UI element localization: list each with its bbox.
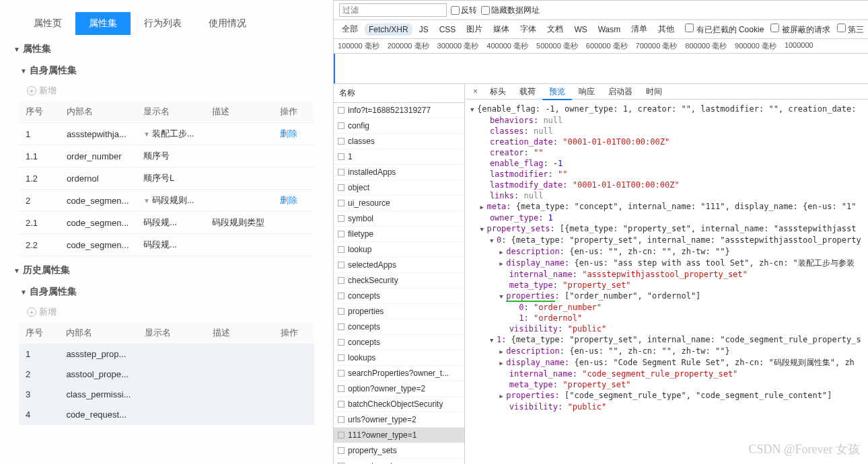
table-row[interactable]: 4code_request...: [19, 405, 314, 425]
filter-type[interactable]: WS: [570, 24, 591, 36]
table-row[interactable]: 3class_permissi...: [19, 385, 314, 405]
request-item[interactable]: property_sets: [334, 443, 464, 459]
json-preview[interactable]: ▼{enable_flag: -1, owner_type: 1, creato…: [465, 100, 868, 464]
delete-link[interactable]: 删除: [280, 195, 297, 205]
detail-tab[interactable]: 时间: [639, 84, 669, 99]
request-item[interactable]: property_sets: [334, 459, 464, 464]
request-item[interactable]: 1: [334, 149, 464, 165]
timeline-tick: 400000 毫秒: [482, 39, 532, 53]
table-row[interactable]: 2asstool_prope...: [19, 364, 314, 385]
request-item[interactable]: searchProperties?owner_t...: [334, 366, 464, 381]
filter-type[interactable]: 全部: [338, 22, 362, 36]
name-column-header[interactable]: 名称: [334, 84, 464, 103]
checkbox-cookie2[interactable]: 被屏蔽的请求: [770, 24, 830, 36]
table-row[interactable]: 2.1code_segmen...码段规...码段规则类型: [19, 212, 314, 234]
request-item[interactable]: selectedApps: [334, 258, 464, 273]
filter-type[interactable]: 文档: [543, 22, 567, 36]
filter-type[interactable]: JS: [415, 24, 433, 36]
table-row[interactable]: 2code_segmen...▼ 码段规则...删除: [19, 190, 314, 212]
request-item[interactable]: checkSecurity: [334, 273, 464, 288]
timeline-ruler[interactable]: 100000 毫秒200000 毫秒300000 毫秒400000 毫秒5000…: [334, 39, 868, 54]
tab-property-set[interactable]: 属性集: [75, 12, 131, 35]
devtools-toolbar: 反转 隐藏数据网址: [334, 1, 868, 20]
detail-tab[interactable]: 启动器: [602, 84, 639, 99]
request-item[interactable]: lookup: [334, 242, 464, 258]
filter-type[interactable]: 其他: [654, 22, 678, 36]
request-item[interactable]: lookups: [334, 350, 464, 366]
request-item[interactable]: urls?owner_type=2: [334, 412, 464, 428]
add-button[interactable]: +新增: [0, 81, 333, 101]
filter-type[interactable]: 媒体: [489, 22, 513, 36]
table-row[interactable]: 2.2code_segmen...码段规...: [19, 234, 314, 256]
detail-tab[interactable]: 标头: [483, 84, 513, 99]
filter-input[interactable]: [339, 3, 447, 17]
filter-type[interactable]: Fetch/XHR: [365, 24, 412, 36]
section-self-property-set-2[interactable]: ▼自身属性集: [0, 280, 333, 302]
section-title: 历史属性集: [23, 264, 70, 276]
col-inner: 内部名: [60, 101, 137, 123]
caret-down-icon: ▼: [13, 46, 20, 53]
checkbox-cookie1[interactable]: 有已拦截的 Cookie: [685, 24, 764, 36]
invert-checkbox[interactable]: 反转: [451, 5, 477, 16]
request-item[interactable]: config: [334, 118, 464, 134]
filter-type[interactable]: 图片: [462, 22, 486, 36]
request-item[interactable]: object: [334, 180, 464, 196]
hide-data-checkbox[interactable]: 隐藏数据网址: [481, 5, 540, 16]
table-row[interactable]: 1assstepwithja...▼ 装配工步...删除: [19, 123, 314, 145]
request-item[interactable]: installedApps: [334, 165, 464, 180]
request-item[interactable]: concepts: [334, 319, 464, 335]
close-icon[interactable]: ×: [469, 85, 482, 98]
property-set-table: 序号 内部名 显示名 描述 操作 1assstepwithja...▼ 装配工步…: [19, 101, 314, 256]
request-icon: [338, 385, 345, 392]
timeline-tick: 300000 毫秒: [433, 39, 483, 53]
add-button-2[interactable]: +新增: [0, 302, 333, 322]
filter-type[interactable]: 清单: [627, 22, 651, 36]
filter-type[interactable]: Wasm: [594, 24, 625, 36]
col-seq: 序号: [19, 322, 59, 344]
filter-type[interactable]: CSS: [435, 24, 460, 36]
table-row[interactable]: 1.1order_number顺序号: [19, 145, 314, 167]
detail-tabs: × 标头载荷预览响应启动器时间: [465, 84, 868, 100]
request-item[interactable]: info?t=1688521319277: [334, 103, 464, 118]
request-list: 名称 info?t=1688521319277configclasses1ins…: [334, 84, 465, 464]
section-title: 属性集: [23, 43, 51, 55]
waterfall-chart[interactable]: [334, 54, 868, 84]
request-icon: [338, 215, 345, 222]
request-icon: [338, 447, 345, 454]
tab-behavior-list[interactable]: 行为列表: [131, 12, 195, 35]
request-icon: [338, 354, 345, 361]
section-property-set[interactable]: ▼属性集: [0, 35, 333, 59]
tab-usage[interactable]: 使用情况: [195, 12, 260, 35]
tab-property-page[interactable]: 属性页: [20, 12, 75, 35]
filter-type[interactable]: 字体: [516, 22, 540, 36]
request-item[interactable]: batchCheckObjectSecurity: [334, 397, 464, 412]
timeline-tick: 100000 毫秒: [334, 39, 384, 53]
request-item[interactable]: filetype: [334, 227, 464, 242]
request-item[interactable]: ui_resource: [334, 196, 464, 211]
detail-tab[interactable]: 载荷: [513, 84, 542, 99]
request-item[interactable]: symbol: [334, 211, 464, 227]
request-item[interactable]: concepts: [334, 335, 464, 350]
request-item[interactable]: properties: [334, 304, 464, 319]
request-item[interactable]: concepts: [334, 288, 464, 304]
request-item[interactable]: 111?owner_type=1: [334, 428, 464, 443]
request-icon: [338, 184, 345, 191]
request-icon: [338, 277, 345, 284]
request-icon: [338, 293, 345, 299]
table-row[interactable]: 1assstep_prop...: [19, 344, 314, 364]
timeline-tick: 500000 毫秒: [532, 39, 582, 53]
detail-tab[interactable]: 响应: [572, 84, 602, 99]
section-history-property-set[interactable]: ▼历史属性集: [0, 256, 333, 280]
caret-down-icon: ▼: [20, 288, 27, 296]
col-desc: 描述: [205, 101, 273, 123]
checkbox-cookie3[interactable]: 第三: [837, 24, 864, 36]
main-tabs: 属性页 属性集 行为列表 使用情况: [0, 0, 333, 35]
col-disp: 显示名: [137, 101, 205, 123]
section-self-property-set[interactable]: ▼自身属性集: [0, 59, 333, 81]
col-desc: 描述: [206, 322, 274, 344]
delete-link[interactable]: 删除: [280, 128, 297, 139]
detail-tab[interactable]: 预览: [542, 84, 572, 100]
table-row[interactable]: 1.2ordernol顺序号L: [19, 167, 314, 190]
request-item[interactable]: option?owner_type=2: [334, 381, 464, 397]
request-item[interactable]: classes: [334, 134, 464, 149]
